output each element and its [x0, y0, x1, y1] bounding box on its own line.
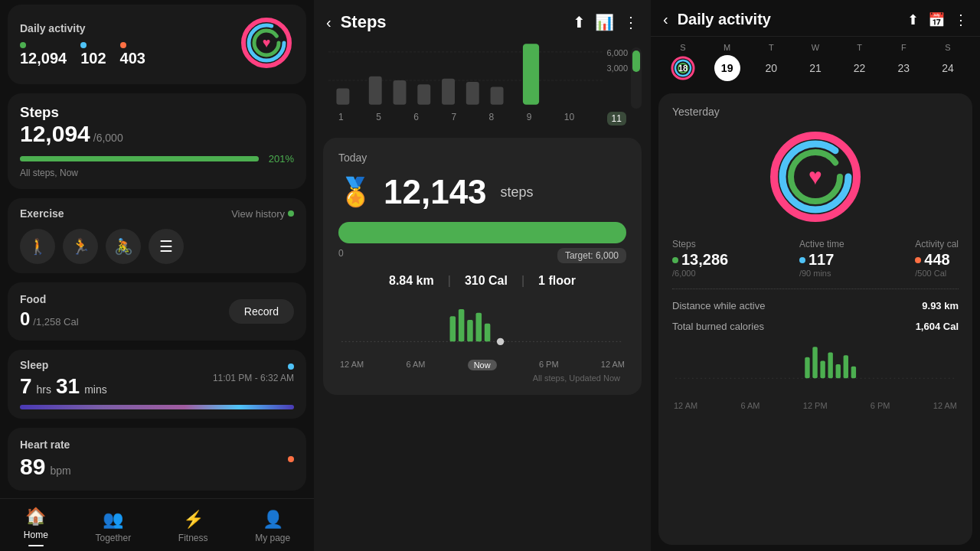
- scroll-thumb: [632, 51, 640, 72]
- record-button[interactable]: Record: [229, 299, 294, 324]
- steps-progress-bg: [20, 156, 259, 161]
- cal-day-18[interactable]: S 18: [663, 43, 703, 81]
- calories-value: 310 Cal: [465, 274, 508, 288]
- sleep-right: 11:01 PM - 6:32 AM: [213, 359, 294, 383]
- steps-bar-chart: 6,000 3,000 1 5 6 7 8 9: [314, 40, 651, 132]
- nav-together[interactable]: 👥 Together: [95, 510, 131, 543]
- sleep-header: Sleep 7 hrs 31 mins 11:01 PM - 6:32 AM: [20, 359, 294, 399]
- steps-main: 🏅 12,143 steps: [338, 173, 626, 211]
- right-active-target: /90 mins: [799, 269, 831, 278]
- svg-rect-31: [820, 360, 825, 378]
- distance-info-value: 9.93 km: [922, 300, 959, 311]
- heartrate-value: 89: [20, 454, 45, 480]
- mini-chart: [338, 298, 626, 360]
- x-label-9: 9: [527, 112, 532, 126]
- steps-badge: 🏅: [338, 176, 373, 208]
- bar-chart-svg: [326, 40, 639, 109]
- x-label-6: 6: [413, 112, 419, 126]
- cal-day-24[interactable]: S 24: [928, 43, 968, 81]
- stat-steps-value: 12,094: [20, 50, 67, 67]
- sleep-mins: 31: [56, 374, 80, 399]
- exercise-header: Exercise View history: [20, 207, 294, 220]
- right-active-value: 117: [808, 251, 834, 269]
- svg-rect-32: [828, 352, 832, 378]
- steps-progress-fill: [20, 156, 259, 161]
- sep2: |: [521, 274, 524, 288]
- right-share-btn[interactable]: ⬆: [907, 11, 919, 28]
- nav-home-label: Home: [24, 530, 48, 540]
- svg-rect-6: [336, 89, 349, 105]
- sep1: |: [448, 274, 451, 288]
- steps-value: 12,094: [20, 121, 90, 147]
- heartrate-unit: bpm: [50, 465, 70, 477]
- info-row-distance: Distance while active 9.93 km: [672, 295, 959, 316]
- right-more-btn[interactable]: ⋮: [954, 11, 968, 28]
- svg-rect-16: [459, 309, 465, 341]
- right-stat-cal-label: Activity cal: [915, 239, 959, 249]
- svg-rect-7: [369, 77, 382, 105]
- food-title: Food: [20, 293, 79, 305]
- bike-icon-btn[interactable]: 🚴: [106, 229, 141, 264]
- cal-day-19[interactable]: M 19: [707, 43, 747, 81]
- run-icon-btn[interactable]: 🏃: [63, 229, 98, 264]
- cal-day-22[interactable]: T 22: [840, 43, 880, 81]
- calories-label: Total burned calories: [672, 321, 764, 332]
- scroll-indicator[interactable]: [631, 47, 642, 109]
- sleep-blue-dot: [288, 364, 294, 370]
- active-indicator: [799, 257, 805, 263]
- stat-steps: 12,094: [20, 42, 67, 67]
- right-cal-btn[interactable]: 📅: [928, 11, 945, 28]
- daily-activity-stats: 12,094 102 403: [20, 42, 145, 67]
- svg-rect-13: [523, 44, 539, 104]
- view-history[interactable]: View history: [231, 208, 294, 220]
- x-label-7: 7: [451, 112, 456, 126]
- exercise-icons: 🚶 🏃 🚴 ☰: [20, 229, 294, 264]
- nav-mypage[interactable]: 👤 My page: [255, 510, 290, 543]
- distance-value: 8.84 km: [389, 274, 434, 288]
- chart-x-labels: 1 5 6 7 8 9 10 11: [326, 112, 639, 126]
- steps-chart-btn[interactable]: 📊: [595, 13, 614, 31]
- steps-more-btn[interactable]: ⋮: [623, 13, 639, 31]
- fitness-icon: ⚡: [183, 510, 204, 530]
- right-stat-active: Active time 117 /90 mins: [799, 239, 844, 278]
- goal-bar-labels: 0 Target: 6,000: [338, 248, 626, 263]
- y-label-6000: 6,000: [606, 46, 628, 61]
- mini-chart-svg: [341, 298, 623, 356]
- svg-rect-8: [394, 80, 407, 105]
- right-stat-steps: Steps 13,286 /6,000: [672, 239, 728, 278]
- food-left: Food 0 /1,258 Cal: [20, 293, 79, 330]
- cal-day-23[interactable]: F 23: [884, 43, 923, 81]
- svg-rect-34: [844, 355, 848, 378]
- nav-fitness-label: Fitness: [178, 533, 208, 543]
- walk-icon-btn[interactable]: 🚶: [20, 229, 55, 264]
- svg-rect-15: [450, 316, 456, 341]
- center-stats-row: 8.84 km | 310 Cal | 1 floor: [338, 274, 626, 288]
- right-stat-active-label: Active time: [799, 239, 844, 249]
- steps-share-btn[interactable]: ⬆: [573, 13, 586, 31]
- steps-sub: All steps, Now: [20, 168, 294, 178]
- list-icon-btn[interactable]: ☰: [149, 229, 184, 264]
- sleep-time: 11:01 PM - 6:32 AM: [213, 373, 294, 383]
- svg-text:♥: ♥: [263, 35, 271, 51]
- goal-bar-left: 0: [338, 248, 344, 263]
- daily-activity-left: Daily activity 12,094 102 403: [20, 22, 145, 67]
- svg-rect-9: [417, 84, 430, 104]
- cal-day-20[interactable]: T 20: [751, 43, 791, 81]
- right-steps-value: 13,286: [681, 251, 728, 269]
- nav-home[interactable]: 🏠 Home: [24, 507, 48, 546]
- heart-ring: ♥: [239, 15, 294, 73]
- steps-percent: 201%: [266, 153, 294, 165]
- steps-word: steps: [501, 184, 534, 201]
- steps-back-btn[interactable]: ‹: [326, 14, 332, 31]
- right-back-btn[interactable]: ‹: [663, 11, 668, 28]
- svg-rect-17: [467, 320, 473, 341]
- exercise-green-dot: [288, 210, 294, 217]
- left-panel: Daily activity 12,094 102 403: [0, 0, 314, 551]
- cal-day-21[interactable]: W 21: [795, 43, 835, 81]
- right-stat-cal: Activity cal 448 /500 Cal: [915, 239, 959, 278]
- time-12am: 12 AM: [340, 360, 364, 370]
- target-badge: Target: 6,000: [557, 248, 626, 263]
- divider-1: [672, 289, 959, 289]
- nav-fitness[interactable]: ⚡ Fitness: [178, 510, 208, 543]
- daily-activity-card: Daily activity 12,094 102 403: [8, 5, 306, 84]
